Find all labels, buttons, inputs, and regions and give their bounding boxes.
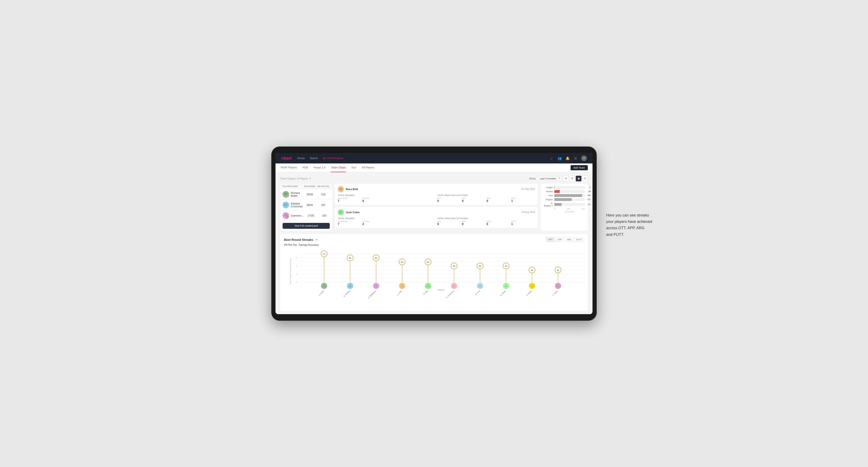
nav-home[interactable]: Home xyxy=(297,157,305,160)
col-pb-avg: PB AVG SQ xyxy=(317,185,330,187)
filter-app[interactable]: APP xyxy=(555,238,564,242)
total-rounds-group: Total Rounds Tournament 7 Practice xyxy=(338,217,435,226)
bar-fill xyxy=(554,198,572,201)
filter-putt[interactable]: PUTT xyxy=(574,238,584,242)
list-view-toggle[interactable]: ≣ xyxy=(569,176,575,181)
bar-fill xyxy=(554,190,560,193)
search-icon[interactable]: ⌕ xyxy=(549,156,554,161)
pb-score: 17/20 xyxy=(304,214,318,217)
streaks-title: Best Round Streaks xyxy=(284,238,313,242)
add-team-button[interactable]: Add Team xyxy=(570,165,588,170)
rank-badge: 3 xyxy=(286,216,289,219)
view-full-leaderboard-button[interactable]: View Full Leaderboard xyxy=(283,223,330,229)
avatar-icon[interactable]: U xyxy=(581,155,587,161)
chart-x-label: Total Shots xyxy=(544,211,585,213)
card-player-name: Josh Coles xyxy=(346,211,360,214)
sub-nav-right: Add Team xyxy=(570,165,588,170)
player-name: Richard Butler xyxy=(291,191,303,197)
bar-row: D. Bogeys + 131 xyxy=(544,202,585,207)
edit-icon[interactable]: ✎ xyxy=(309,177,311,180)
x-axis: 0 200 400 xyxy=(544,208,585,210)
bar-fill xyxy=(554,194,582,197)
svg-text:R: R xyxy=(531,285,533,287)
sub-nav-pga[interactable]: PGA xyxy=(302,163,309,172)
player-info: CA 3 Cameron... xyxy=(283,212,304,219)
sub-nav-tour[interactable]: Tour xyxy=(351,163,356,172)
middle-panel: RB Rees Britt 02 Sep 2023 Total Rounds T… xyxy=(335,184,538,231)
player-card: RB Rees Britt 02 Sep 2023 Total Rounds T… xyxy=(335,184,538,205)
subtitle-main: Off The Tee xyxy=(284,244,297,246)
sub-nav-pgat[interactable]: PGAT Players xyxy=(280,163,298,172)
card-avatar: JC xyxy=(338,209,344,215)
player-info: EC 2 Edward Crossman xyxy=(283,201,303,208)
view-toggles: ⊞ ≣ ▣ ☰ xyxy=(563,176,588,181)
card-view-toggle[interactable]: ▣ xyxy=(576,176,582,181)
bar-label: D. Bogeys + xyxy=(544,202,553,207)
nav-teams[interactable]: Teams xyxy=(309,157,318,160)
show-filter: Show Last 3 months ▾ ⊞ ≣ ▣ ☰ xyxy=(529,176,588,181)
svg-text:C: C xyxy=(557,285,559,287)
bar-container: 96 xyxy=(554,190,585,193)
table-view-toggle[interactable]: ☰ xyxy=(582,176,588,181)
bar-container: 311 xyxy=(554,198,585,201)
nav-my-performance[interactable]: My Performance xyxy=(322,157,343,160)
practice-stat-row: OTT 0 APP 0 ARG xyxy=(437,197,535,203)
bar-label: Birdies xyxy=(544,190,553,193)
chart-panel: Eagles 3 Birdies 96 Pars 499 Bogeys 311 xyxy=(540,184,588,231)
svg-text:5x: 5x xyxy=(401,261,403,263)
table-row[interactable]: RB 1 Richard Butler 19/20 110 xyxy=(280,189,332,200)
total-rounds-label: Total Rounds xyxy=(338,194,435,196)
sub-nav-hcaps[interactable]: Hcaps 1-5 xyxy=(313,163,326,172)
y-axis-label: Best Streak, Fairway Accuracy xyxy=(289,258,291,284)
rank-badge: 1 xyxy=(286,195,289,198)
bar-row: Birdies 96 xyxy=(544,190,585,193)
sub-nav-all-players[interactable]: All Players xyxy=(362,163,375,172)
streaks-subtitle: Off The Tee, Fairway Accuracy xyxy=(284,244,584,246)
content-grid: PLAYER NAME PB SCORE PB AVG SQ RB 1 xyxy=(280,184,588,231)
bar-value: 131 xyxy=(588,203,591,206)
filter-ott[interactable]: OTT xyxy=(546,238,555,242)
col-pb-score: PB SCORE xyxy=(303,185,317,187)
player-name: Edward Crossman xyxy=(291,202,303,208)
y-axis-container: Best Streak, Fairway Accuracy xyxy=(284,249,297,293)
grid-view-toggle[interactable]: ⊞ xyxy=(563,176,569,181)
col-player-name: PLAYER NAME xyxy=(283,185,303,187)
people-icon[interactable]: 👥 xyxy=(557,156,562,161)
svg-text:4x: 4x xyxy=(479,265,481,267)
card-stats: Total Rounds Tournament 7 Practice xyxy=(338,194,535,203)
bar-container: 131 xyxy=(554,203,585,206)
streaks-section: Best Round Streaks ← OTT APP ARG PUTT Of… xyxy=(280,234,588,311)
sub-nav: PGAT Players PGA Hcaps 1-5 Team Clippd T… xyxy=(276,163,592,173)
leaderboard-header: PLAYER NAME PB SCORE PB AVG SQ xyxy=(280,184,332,189)
streak-chart-svg: 02467xEE. Ewert6xBB. McHarg6xDD. Billing… xyxy=(298,249,584,287)
team-title: Team Clippd | 14 Players xyxy=(280,177,308,180)
sub-nav-team-clippd[interactable]: Team Clippd xyxy=(331,163,346,172)
pb-avg: 107 xyxy=(317,204,330,206)
table-row[interactable]: EC 2 Edward Crossman 18/20 107 xyxy=(280,200,332,210)
avatar: CA 3 xyxy=(283,212,289,219)
svg-text:E. Crossman: E. Crossman xyxy=(445,290,454,299)
bar-value: 311 xyxy=(588,198,591,200)
bar-container: 499 xyxy=(554,194,585,197)
rounds-stat-row: Tournament 7 Practice 6 xyxy=(338,197,435,203)
svg-text:D. Billingham: D. Billingham xyxy=(368,290,376,299)
bar-row: Pars 499 xyxy=(544,194,585,197)
bar-value: 3 xyxy=(590,186,591,188)
nav-right: ⌕ 👥 🔔 ⊙ U xyxy=(549,155,587,161)
team-header: Team Clippd | 14 Players ✎ Show Last 3 m… xyxy=(280,176,588,181)
svg-text:E: E xyxy=(323,285,325,287)
bar-row: Eagles 3 xyxy=(544,186,585,189)
pb-score: 19/20 xyxy=(303,193,317,196)
total-rounds-group: Total Rounds Tournament 7 Practice xyxy=(338,194,435,203)
time-filter-select[interactable]: Last 3 months xyxy=(537,176,561,181)
card-stats: Total Rounds Tournament 7 Practice xyxy=(338,217,535,226)
bar-label: Bogeys xyxy=(544,198,553,201)
bar-chart: Eagles 3 Birdies 96 Pars 499 Bogeys 311 xyxy=(544,186,585,207)
bell-icon[interactable]: 🔔 xyxy=(565,156,570,161)
table-row[interactable]: CA 3 Cameron... 17/20 103 xyxy=(280,210,332,221)
svg-text:D: D xyxy=(375,285,377,287)
leaderboard-panel: PLAYER NAME PB SCORE PB AVG SQ RB 1 xyxy=(280,184,332,231)
player-card: JC Josh Coles 26 Aug 2023 Total Rounds T… xyxy=(335,207,538,228)
circle-icon[interactable]: ⊙ xyxy=(573,156,578,161)
filter-arg[interactable]: ARG xyxy=(565,238,574,242)
